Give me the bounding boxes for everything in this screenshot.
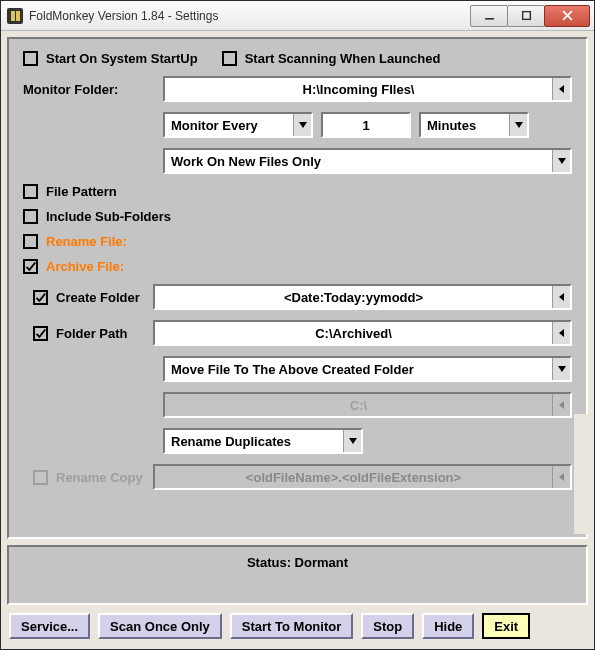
create-folder-label: Create Folder bbox=[56, 290, 140, 305]
titlebar[interactable]: FoldMonkey Version 1.84 - Settings bbox=[1, 1, 594, 31]
create-folder-checkbox[interactable] bbox=[33, 290, 48, 305]
move-action-combo[interactable]: Move File To The Above Created Folder bbox=[163, 356, 572, 382]
disabled-path-combo: C:\ bbox=[163, 392, 572, 418]
svg-marker-13 bbox=[559, 473, 564, 481]
work-mode-value: Work On New Files Only bbox=[165, 154, 552, 169]
rename-file-checkbox[interactable] bbox=[23, 234, 38, 249]
chevron-left-icon[interactable] bbox=[552, 322, 570, 344]
interval-mode-combo[interactable]: Monitor Every bbox=[163, 112, 313, 138]
service-button[interactable]: Service... bbox=[9, 613, 90, 639]
monitor-folder-label: Monitor Folder: bbox=[23, 82, 163, 97]
scrollbar[interactable] bbox=[574, 414, 589, 534]
chevron-left-icon[interactable] bbox=[552, 78, 570, 100]
start-on-startup-label: Start On System StartUp bbox=[46, 51, 198, 66]
include-subfolders-checkbox[interactable] bbox=[23, 209, 38, 224]
file-pattern-label: File Pattern bbox=[46, 184, 117, 199]
chevron-down-icon[interactable] bbox=[552, 150, 570, 172]
scan-once-button[interactable]: Scan Once Only bbox=[98, 613, 222, 639]
chevron-left-icon bbox=[552, 394, 570, 416]
duplicates-value: Rename Duplicates bbox=[165, 434, 343, 449]
start-monitor-button[interactable]: Start To Monitor bbox=[230, 613, 353, 639]
status-panel: Status: Dormant bbox=[7, 545, 588, 605]
exit-button[interactable]: Exit bbox=[482, 613, 530, 639]
svg-marker-9 bbox=[559, 329, 564, 337]
chevron-down-icon[interactable] bbox=[509, 114, 527, 136]
chevron-down-icon[interactable] bbox=[293, 114, 311, 136]
svg-marker-6 bbox=[515, 122, 523, 128]
folder-path-label: Folder Path bbox=[56, 326, 128, 341]
interval-value-field[interactable]: 1 bbox=[321, 112, 411, 138]
svg-marker-11 bbox=[559, 401, 564, 409]
svg-marker-10 bbox=[558, 366, 566, 372]
interval-unit-combo[interactable]: Minutes bbox=[419, 112, 529, 138]
svg-marker-5 bbox=[299, 122, 307, 128]
disabled-path-value: C:\ bbox=[165, 398, 552, 413]
create-folder-combo[interactable]: <Date:Today:yymodd> bbox=[153, 284, 572, 310]
rename-copy-checkbox bbox=[33, 470, 48, 485]
svg-marker-4 bbox=[559, 85, 564, 93]
archive-file-label: Archive File: bbox=[46, 259, 124, 274]
svg-rect-1 bbox=[522, 12, 530, 20]
folder-path-combo[interactable]: C:\Archived\ bbox=[153, 320, 572, 346]
svg-marker-7 bbox=[558, 158, 566, 164]
svg-marker-8 bbox=[559, 293, 564, 301]
rename-copy-combo: <oldFileName>.<oldFileExtension> bbox=[153, 464, 572, 490]
interval-unit-value: Minutes bbox=[421, 118, 509, 133]
settings-panel: Start On System StartUp Start Scanning W… bbox=[7, 37, 588, 539]
file-pattern-checkbox[interactable] bbox=[23, 184, 38, 199]
folder-path-value: C:\Archived\ bbox=[155, 326, 552, 341]
minimize-button[interactable] bbox=[470, 5, 508, 27]
start-scanning-label: Start Scanning When Launched bbox=[245, 51, 441, 66]
folder-path-checkbox[interactable] bbox=[33, 326, 48, 341]
monitor-folder-value: H:\Incoming FIles\ bbox=[165, 82, 552, 97]
monitor-folder-combo[interactable]: H:\Incoming FIles\ bbox=[163, 76, 572, 102]
client-area: Start On System StartUp Start Scanning W… bbox=[1, 31, 594, 649]
duplicates-combo[interactable]: Rename Duplicates bbox=[163, 428, 363, 454]
maximize-button[interactable] bbox=[507, 5, 545, 27]
chevron-down-icon[interactable] bbox=[552, 358, 570, 380]
move-action-value: Move File To The Above Created Folder bbox=[165, 362, 552, 377]
start-on-startup-checkbox[interactable] bbox=[23, 51, 38, 66]
include-subfolders-label: Include Sub-Folders bbox=[46, 209, 171, 224]
create-folder-value: <Date:Today:yymodd> bbox=[155, 290, 552, 305]
window-controls bbox=[471, 5, 590, 27]
svg-marker-12 bbox=[349, 438, 357, 444]
window-title: FoldMonkey Version 1.84 - Settings bbox=[29, 9, 471, 23]
rename-copy-value: <oldFileName>.<oldFileExtension> bbox=[155, 470, 552, 485]
rename-file-label: Rename File: bbox=[46, 234, 127, 249]
chevron-down-icon[interactable] bbox=[343, 430, 361, 452]
interval-mode-value: Monitor Every bbox=[165, 118, 293, 133]
app-icon bbox=[7, 8, 23, 24]
rename-copy-label: Rename Copy bbox=[56, 470, 143, 485]
stop-button[interactable]: Stop bbox=[361, 613, 414, 639]
interval-value: 1 bbox=[362, 118, 369, 133]
work-mode-combo[interactable]: Work On New Files Only bbox=[163, 148, 572, 174]
app-window: FoldMonkey Version 1.84 - Settings Start… bbox=[0, 0, 595, 650]
close-button[interactable] bbox=[544, 5, 590, 27]
start-scanning-checkbox[interactable] bbox=[222, 51, 237, 66]
button-row: Service... Scan Once Only Start To Monit… bbox=[7, 613, 588, 643]
hide-button[interactable]: Hide bbox=[422, 613, 474, 639]
chevron-left-icon[interactable] bbox=[552, 286, 570, 308]
status-text: Status: Dormant bbox=[247, 555, 348, 603]
chevron-left-icon bbox=[552, 466, 570, 488]
archive-file-checkbox[interactable] bbox=[23, 259, 38, 274]
